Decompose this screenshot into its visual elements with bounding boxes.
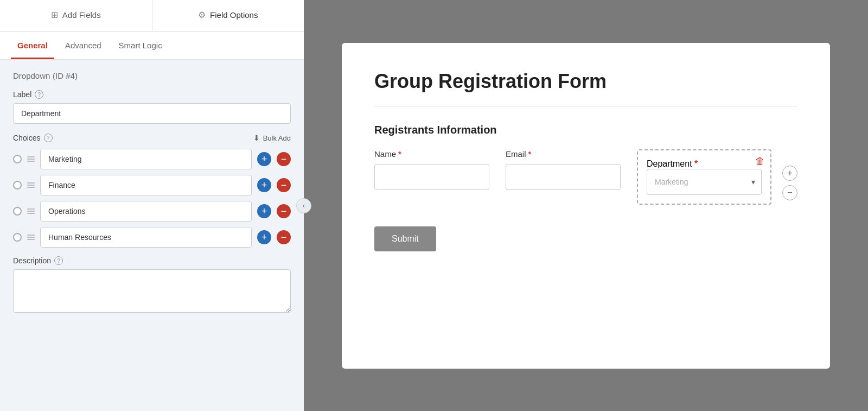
email-required: * [528, 149, 532, 159]
tab-add-fields[interactable]: ⊞ Add Fields [0, 0, 152, 31]
department-select-wrapper: Marketing Finance Operations Human Resou… [647, 169, 762, 195]
top-tabs: ⊞ Add Fields ⚙ Field Options [0, 0, 304, 32]
bulk-add-button[interactable]: ⬇ Bulk Add [253, 134, 291, 142]
field-id-row: Dropdown (ID #4) [13, 71, 291, 81]
add-fields-label: Add Fields [62, 10, 101, 20]
drag-handle-2[interactable] [27, 182, 35, 188]
name-required: * [398, 149, 401, 159]
choice-remove-btn-2[interactable]: − [277, 178, 291, 192]
choice-item-1: + − [13, 149, 291, 169]
choice-remove-btn-4[interactable]: − [277, 230, 291, 244]
choice-input-3[interactable] [40, 201, 252, 222]
description-section: Description ? [13, 256, 291, 315]
choice-add-btn-3[interactable]: + [257, 204, 271, 218]
collapse-panel-button[interactable]: ‹ [296, 198, 311, 213]
department-delete-button[interactable]: 🗑 [755, 156, 765, 167]
name-input[interactable] [374, 164, 489, 190]
field-options-content: Dropdown (ID #4) Label ? Choices ? ⬇ Bul… [0, 60, 304, 411]
description-help-icon[interactable]: ? [54, 256, 63, 265]
description-textarea[interactable] [13, 269, 291, 313]
field-options-label: Field Options [210, 10, 258, 20]
left-panel: ⊞ Add Fields ⚙ Field Options General Adv… [0, 0, 304, 411]
email-label: Email * [506, 149, 621, 159]
label-field-label: Label ? [13, 90, 291, 99]
tab-general[interactable]: General [11, 32, 54, 59]
form-section-title: Registrants Information [374, 124, 797, 136]
tab-field-options[interactable]: ⚙ Field Options [152, 0, 304, 31]
drag-handle-1[interactable] [27, 156, 35, 162]
choice-add-btn-2[interactable]: + [257, 178, 271, 192]
choice-input-1[interactable] [40, 149, 252, 169]
label-section: Label ? [13, 90, 291, 124]
choice-item-2: + − [13, 175, 291, 195]
remove-column-button[interactable]: − [782, 185, 797, 200]
choice-add-btn-4[interactable]: + [257, 230, 271, 244]
choices-help-icon[interactable]: ? [44, 134, 53, 142]
name-field: Name * [374, 149, 489, 205]
choice-radio-4[interactable] [13, 233, 22, 242]
email-input[interactable] [506, 164, 621, 190]
choices-header: Choices ? ⬇ Bulk Add [13, 134, 291, 142]
right-panel: Group Registration Form Registrants Info… [304, 0, 868, 411]
choice-radio-1[interactable] [13, 155, 22, 163]
submit-button[interactable]: Submit [374, 226, 436, 251]
email-field: Email * [506, 149, 621, 205]
choices-label: Choices ? [13, 134, 53, 142]
department-select[interactable]: Marketing Finance Operations Human Resou… [647, 169, 762, 195]
department-field: 🗑 Department * Marketing Finance Operati… [637, 149, 771, 205]
form-fields-row: Name * Email * 🗑 De [374, 149, 771, 205]
department-label: Department * [647, 159, 698, 168]
choice-item-4: + − [13, 227, 291, 248]
field-id-label: Dropdown (ID #4) [13, 71, 78, 81]
choice-radio-2[interactable] [13, 181, 22, 189]
description-label: Description ? [13, 256, 291, 265]
department-required: * [694, 159, 698, 168]
choice-input-4[interactable] [40, 227, 252, 248]
form-preview: Group Registration Form Registrants Info… [342, 43, 830, 369]
choice-input-2[interactable] [40, 175, 252, 195]
column-actions: + − [782, 149, 797, 200]
choice-add-btn-1[interactable]: + [257, 152, 271, 166]
tab-advanced[interactable]: Advanced [59, 32, 108, 59]
form-fields-area: Name * Email * 🗑 De [374, 149, 797, 205]
choice-item-3: + − [13, 201, 291, 222]
form-title: Group Registration Form [374, 70, 797, 93]
choice-radio-3[interactable] [13, 207, 22, 216]
tab-smart-logic[interactable]: Smart Logic [112, 32, 169, 59]
choice-remove-btn-3[interactable]: − [277, 204, 291, 218]
field-options-icon: ⚙ [198, 10, 206, 20]
drag-handle-4[interactable] [27, 235, 35, 240]
name-label: Name * [374, 149, 489, 159]
add-column-button[interactable]: + [782, 166, 797, 181]
choice-remove-btn-1[interactable]: − [277, 152, 291, 166]
drag-handle-3[interactable] [27, 208, 35, 214]
label-help-icon[interactable]: ? [35, 90, 43, 99]
submit-row: Submit [374, 221, 797, 251]
add-fields-icon: ⊞ [51, 10, 58, 20]
bulk-add-icon: ⬇ [253, 134, 260, 142]
form-divider [374, 106, 797, 106]
label-input[interactable] [13, 103, 291, 124]
sub-tabs: General Advanced Smart Logic [0, 32, 304, 60]
